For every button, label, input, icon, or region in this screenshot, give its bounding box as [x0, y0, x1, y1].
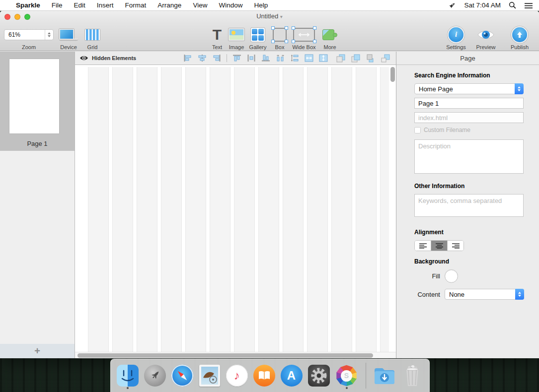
inspector-title: Page	[396, 52, 539, 65]
send-backward-icon[interactable]	[366, 54, 375, 63]
page-thumbnail[interactable]	[9, 59, 59, 133]
menu-clock[interactable]: Sat 7:04 AM	[464, 1, 501, 9]
dock-app-store-icon[interactable]: A	[281, 363, 303, 388]
menu-arrange[interactable]: Arrange	[157, 1, 181, 9]
preview-button[interactable]: Preview	[474, 26, 498, 50]
equal-spacing-horizontal-icon[interactable]	[276, 54, 285, 63]
page-type-value: Home Page	[419, 85, 453, 93]
dock-downloads-folder-icon[interactable]	[373, 363, 396, 388]
menu-help[interactable]: Help	[254, 1, 268, 9]
align-right-icon[interactable]	[212, 54, 221, 63]
window-titlebar[interactable]: Untitled ▾	[0, 11, 539, 22]
custom-filename-checkbox-row: Custom Filename	[414, 127, 525, 133]
app-store-a-glyph: A	[287, 369, 296, 383]
horizontal-scrollbar-thumb[interactable]	[77, 353, 373, 358]
align-text-right-button[interactable]	[448, 241, 463, 251]
eye-icon	[79, 55, 88, 61]
align-center-horizontal-icon[interactable]	[198, 54, 207, 63]
dock-sparkle-icon[interactable]: S	[335, 363, 358, 388]
align-text-left-button[interactable]	[415, 241, 431, 251]
content-label: Content	[414, 291, 440, 298]
menu-file[interactable]: File	[52, 1, 63, 9]
custom-filename-label: Custom Filename	[424, 127, 470, 133]
insert-text-button[interactable]: T Text	[209, 26, 226, 50]
menu-insert[interactable]: Insert	[97, 1, 114, 9]
background-content-popup[interactable]: None	[445, 289, 524, 300]
insert-more-button[interactable]: More	[321, 26, 339, 50]
design-canvas[interactable]	[75, 65, 396, 358]
menu-bar: Sparkle File Edit Insert Format Arrange …	[0, 0, 539, 11]
insert-image-button[interactable]: Image	[227, 26, 246, 50]
menu-edit[interactable]: Edit	[74, 1, 85, 9]
add-page-button[interactable]: +	[0, 344, 75, 358]
hidden-elements-toggle[interactable]: Hidden Elements	[79, 55, 136, 61]
send-to-back-icon[interactable]	[381, 54, 390, 63]
other-section-heading: Other Information	[414, 183, 525, 190]
fill-row: Fill	[414, 269, 525, 283]
zoom-select[interactable]: 61%	[4, 29, 54, 40]
dock-system-preferences-icon[interactable]	[308, 363, 330, 388]
align-top-icon[interactable]	[232, 54, 241, 63]
bring-to-front-icon[interactable]	[336, 54, 345, 63]
publish-button[interactable]: Publish	[508, 26, 532, 50]
equal-width-icon[interactable]	[305, 54, 313, 63]
page-title-field[interactable]	[414, 98, 524, 109]
background-section-heading: Background	[414, 258, 525, 265]
menu-window[interactable]: Window	[219, 1, 242, 9]
format-bar: Hidden Elements	[75, 52, 396, 65]
bring-forward-icon[interactable]	[351, 54, 360, 63]
insert-wide-box-button[interactable]: Wide Box	[290, 26, 318, 50]
publish-upload-icon	[512, 26, 527, 43]
vertical-scrollbar[interactable]	[390, 67, 395, 82]
text-icon: T	[213, 26, 222, 43]
toolbar-separator	[227, 54, 227, 62]
insert-box-button[interactable]: Box	[271, 26, 288, 50]
description-textarea[interactable]	[414, 139, 524, 174]
menu-view[interactable]: View	[193, 1, 207, 9]
dock-launchpad-icon[interactable]	[144, 363, 166, 388]
device-button[interactable]: Device	[59, 26, 78, 50]
spotlight-search-icon[interactable]	[509, 1, 516, 9]
dock-safari-icon[interactable]	[171, 363, 193, 388]
fill-label: Fill	[414, 272, 440, 280]
align-bottom-icon[interactable]	[261, 54, 270, 63]
menu-format[interactable]: Format	[125, 1, 147, 9]
equal-spacing-vertical-icon[interactable]	[290, 54, 299, 63]
align-text-center-button-selected[interactable]	[431, 241, 448, 251]
page-type-popup[interactable]: Home Page	[414, 83, 524, 94]
sparkle-rocket-menu-icon[interactable]	[448, 1, 456, 9]
running-indicator	[346, 387, 348, 389]
insert-gallery-button[interactable]: Gallery	[246, 26, 269, 50]
zoom-control: 61% Zoom	[4, 26, 54, 50]
filename-field[interactable]	[414, 112, 524, 123]
settings-button[interactable]: i Settings	[444, 26, 468, 50]
dock-separator	[366, 363, 366, 389]
wide-box-icon	[293, 26, 315, 43]
custom-filename-checkbox[interactable]	[414, 127, 421, 133]
zoom-stepper-icon[interactable]	[45, 30, 53, 40]
equal-height-icon[interactable]	[319, 54, 328, 63]
settings-info-icon: i	[449, 26, 463, 43]
keywords-textarea[interactable]	[414, 194, 524, 217]
dock-itunes-icon[interactable]: ♪	[226, 363, 248, 388]
horizontal-scrollbar-track[interactable]	[75, 352, 396, 358]
content-row: Content None	[414, 289, 525, 300]
dock-trash-icon[interactable]	[401, 363, 423, 388]
grid-button[interactable]: Grid	[83, 26, 101, 50]
device-icon	[59, 26, 78, 43]
sparkle-s-glyph: S	[344, 372, 349, 380]
plus-icon: +	[34, 345, 40, 357]
page-list-item-selected[interactable]: Page 1	[0, 52, 75, 151]
menu-app-sparkle[interactable]: Sparkle	[16, 1, 40, 9]
distribute-horizontal-icon[interactable]	[247, 54, 256, 63]
document-title[interactable]: Untitled ▾	[0, 12, 539, 20]
dock-ibooks-icon[interactable]	[253, 363, 275, 388]
notification-center-icon[interactable]	[524, 2, 533, 9]
fill-color-well[interactable]	[445, 269, 458, 283]
align-left-icon[interactable]	[183, 54, 192, 63]
dock-finder-icon[interactable]	[117, 363, 139, 388]
main-toolbar: 61% Zoom Device Grid T Text Image	[0, 22, 539, 51]
grid-icon	[84, 26, 100, 43]
background-content-value: None	[449, 291, 464, 298]
dock-mail-icon[interactable]	[199, 363, 221, 388]
